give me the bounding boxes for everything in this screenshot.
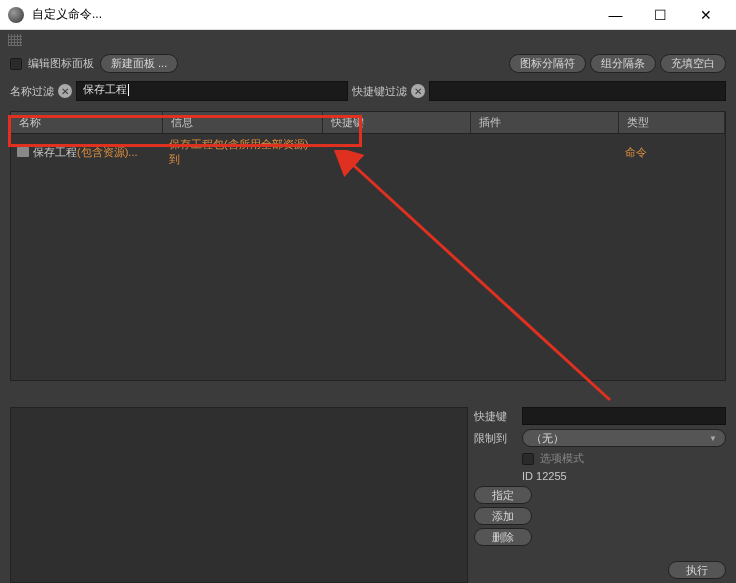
table-body: 保存工程(包含资源)... 保存工程包(含所用全部资源)到 命令 bbox=[11, 134, 725, 380]
col-name[interactable]: 名称 bbox=[11, 112, 163, 133]
option-mode-checkbox[interactable] bbox=[522, 453, 534, 465]
restrict-label: 限制到 bbox=[474, 431, 516, 446]
detail-form: 快捷键 限制到 （无） ▼ 选项模式 ID 12255 指定 bbox=[474, 407, 726, 583]
option-mode-label: 选项模式 bbox=[540, 451, 584, 466]
execute-button[interactable]: 执行 bbox=[668, 561, 726, 579]
col-key[interactable]: 快捷键 bbox=[323, 112, 471, 133]
col-plugin[interactable]: 插件 bbox=[471, 112, 619, 133]
delete-button[interactable]: 删除 bbox=[474, 528, 532, 546]
assign-button[interactable]: 指定 bbox=[474, 486, 532, 504]
command-table: 名称 信息 快捷键 插件 类型 保存工程(包含资源)... 保存工程包(含所用全… bbox=[10, 111, 726, 381]
app-icon bbox=[8, 7, 24, 23]
group-separator-button[interactable]: 组分隔条 bbox=[590, 54, 656, 73]
icon-separator-button[interactable]: 图标分隔符 bbox=[509, 54, 586, 73]
grip-handle[interactable] bbox=[0, 30, 736, 50]
window: 自定义命令... — ☐ ✕ 编辑图标面板 新建面板 ... 图标分隔符 组分隔… bbox=[0, 0, 736, 583]
edit-panel-checkbox[interactable] bbox=[10, 58, 22, 70]
name-filter-input[interactable]: 保存工程 bbox=[76, 81, 348, 101]
name-filter-label: 名称过滤 bbox=[10, 84, 54, 99]
minimize-button[interactable]: — bbox=[593, 1, 638, 29]
close-button[interactable]: ✕ bbox=[683, 1, 728, 29]
filter-row: 名称过滤 ✕ 保存工程 快捷键过滤 ✕ bbox=[0, 77, 736, 107]
maximize-button[interactable]: ☐ bbox=[638, 1, 683, 29]
titlebar: 自定义命令... — ☐ ✕ bbox=[0, 0, 736, 30]
restrict-select[interactable]: （无） ▼ bbox=[522, 429, 726, 447]
window-buttons: — ☐ ✕ bbox=[593, 1, 728, 29]
edit-panel-label: 编辑图标面板 bbox=[28, 56, 94, 71]
shortcut-filter-label: 快捷键过滤 bbox=[352, 84, 407, 99]
table-header: 名称 信息 快捷键 插件 类型 bbox=[11, 112, 725, 134]
col-info[interactable]: 信息 bbox=[163, 112, 323, 133]
toolbar: 编辑图标面板 新建面板 ... 图标分隔符 组分隔条 充填空白 bbox=[0, 50, 736, 77]
shortcut-label: 快捷键 bbox=[474, 409, 516, 424]
command-icon bbox=[17, 147, 29, 157]
shortcut-filter-input[interactable] bbox=[429, 81, 726, 101]
add-button[interactable]: 添加 bbox=[474, 507, 532, 525]
table-row[interactable]: 保存工程(包含资源)... 保存工程包(含所用全部资源)到 命令 bbox=[11, 134, 725, 170]
new-panel-button[interactable]: 新建面板 ... bbox=[100, 54, 178, 73]
command-id: ID 12255 bbox=[474, 470, 726, 482]
col-type[interactable]: 类型 bbox=[619, 112, 725, 133]
clear-name-filter-icon[interactable]: ✕ bbox=[58, 84, 72, 98]
fill-space-button[interactable]: 充填空白 bbox=[660, 54, 726, 73]
bottom-panel: 快捷键 限制到 （无） ▼ 选项模式 ID 12255 指定 bbox=[10, 407, 726, 583]
chevron-down-icon: ▼ bbox=[709, 434, 717, 443]
window-title: 自定义命令... bbox=[32, 6, 593, 23]
shortcut-input[interactable] bbox=[522, 407, 726, 425]
content-area: 编辑图标面板 新建面板 ... 图标分隔符 组分隔条 充填空白 名称过滤 ✕ 保… bbox=[0, 30, 736, 583]
preview-area bbox=[10, 407, 468, 583]
clear-shortcut-filter-icon[interactable]: ✕ bbox=[411, 84, 425, 98]
